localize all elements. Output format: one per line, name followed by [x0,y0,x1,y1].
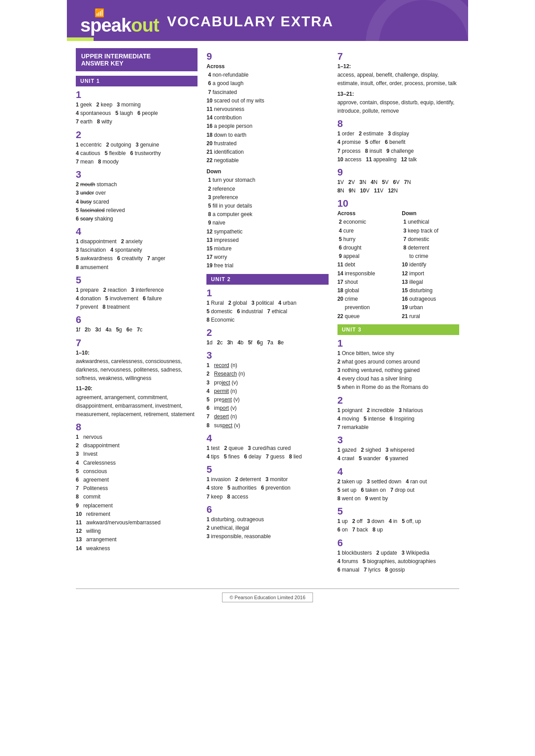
header: 📶 speakout VOCABULARY EXTRA [67,0,468,41]
middle-column: 9 Across 4 non-refundable 6 a good laugh… [202,48,333,577]
unit2-section2-num: 2 [206,328,328,338]
unit3-section2-content: 1 poignant 2 incredible 3 hilarious 4 mo… [337,406,459,432]
unit1-section2-num: 2 [76,130,198,140]
unit1-section7-content: 1–10: awkwardness, carelessness, conscio… [76,349,198,419]
unit2-section4-content: 1 test 2 queue 3 cured/has cured 4 tips … [206,444,328,461]
unit1-section2-content: 1 eccentric 2 outgoing 3 genuine 4 cauti… [76,141,198,167]
right-section10-num: 10 [337,199,459,208]
unit1-section7-num: 7 [76,338,198,348]
right-section9-content: 1V 2V 3N 4N 5V 6V 7N 8N 9N 10V 11V 12N [337,178,459,195]
green-bar [67,37,94,41]
unit1-section3-num: 3 [76,170,198,180]
section9-crossword-content: Across 4 non-refundable 6 a good laugh 7… [206,62,328,270]
right-section8-content: 1 order 2 estimate 3 display 4 promise 5… [337,130,459,164]
unit1-section1-num: 1 [76,90,198,100]
unit3-section1-num: 1 [337,339,459,348]
vocab-extra-title: VOCABULARY EXTRA [167,13,333,30]
unit2-section2-content: 1d 2c 3h 4b 5f 6g 7a 8e [206,339,328,347]
unit2-section6-num: 6 [206,505,328,515]
answer-key-line2: ANSWER KEY [81,60,123,67]
unit2-section5-content: 1 invasion 2 deterrent 3 monitor 4 store… [206,475,328,501]
unit1-section3-content: 2 mouth stomach 3 under over 4 busy scar… [76,180,198,223]
unit1-section8-content: 1 nervous 2 disappointment 3 Invest 4 Ca… [76,433,198,553]
unit1-section1-content: 1 geek 2 keep 3 morning 4 spontaneous 5 … [76,101,198,127]
logo-speak: speak [80,15,131,36]
unit1-section4-num: 4 [76,227,198,237]
unit1-section6-content: 1f 2b 3d 4a 5g 6e 7c [76,326,198,334]
across-col: Across 2 economic 4 cure 5 hurry 6 droug… [337,209,395,320]
unit1-section4-content: 1 disappointment 2 anxiety 3 fascination… [76,237,198,272]
unit2-section3-content: 1 record (n) 2 Research (n) 3 project (v… [206,361,328,430]
unit3-section3-num: 3 [337,435,459,445]
answer-key-line1: UPPER INTERMEDIATE [81,53,151,60]
main-content: UPPER INTERMEDIATE ANSWER KEY UNIT 1 1 1… [67,41,468,584]
unit2-section6-content: 1 disturbing, outrageous 2 unethical, il… [206,515,328,541]
footer-text: © Pearson Education Limited 2016 [230,595,305,600]
unit2-section1-content: 1 Rural 2 global 3 political 4 urban 5 d… [206,299,328,325]
right-column: 7 1–12: access, appeal, benefit, challen… [333,48,459,577]
right-section10-content: Across 2 economic 4 cure 5 hurry 6 droug… [337,209,459,320]
unit2-section3-num: 3 [206,351,328,360]
right-section8-num: 8 [337,119,459,129]
right-section9-num: 9 [337,168,459,177]
logo-speakout: speakout [80,16,159,35]
footer-box: © Pearson Education Limited 2016 [222,593,313,602]
unit1-section8-num: 8 [76,422,198,432]
logo-wrapper: 📶 speakout [80,8,159,35]
right-section7-num: 7 [337,52,459,61]
unit1-header: UNIT 1 [76,76,198,86]
unit3-section2-num: 2 [337,396,459,405]
unit3-section4-num: 4 [337,467,459,477]
unit3-section1-content: 1 Once bitten, twice shy 2 what goes aro… [337,349,459,392]
unit3-section6-content: 1 blockbusters 2 update 3 Wikipedia 4 fo… [337,549,459,575]
unit2-header: UNIT 2 [206,274,328,285]
unit3-section5-num: 5 [337,507,459,516]
unit2-section4-num: 4 [206,433,328,443]
unit1-section5-num: 5 [76,275,198,285]
answer-key-box: UPPER INTERMEDIATE ANSWER KEY [76,48,198,71]
unit3-section5-content: 1 up 2 off 3 down 4 in 5 off, up 6 on 7 … [337,517,459,534]
logo-out: out [131,15,159,36]
right-section7-content: 1–12: access, appeal, benefit, challenge… [337,62,459,115]
unit2-section1-num: 1 [206,288,328,298]
footer: © Pearson Education Limited 2016 [76,588,459,606]
section9-crossword-num: 9 [206,52,328,61]
unit3-section4-content: 2 taken up 3 settled down 4 ran out 5 se… [337,478,459,503]
unit3-section6-num: 6 [337,538,459,548]
unit1-section5-content: 1 prepare 2 reaction 3 interference 4 do… [76,286,198,312]
down-col: Down 1 unethical 3 keep track of 7 domes… [402,209,459,320]
unit1-section6-num: 6 [76,315,198,325]
left-column: UPPER INTERMEDIATE ANSWER KEY UNIT 1 1 1… [76,48,202,577]
unit3-header: UNIT 3 [337,324,459,335]
unit2-section5-num: 5 [206,465,328,474]
unit3-section3-content: 1 gazed 2 sighed 3 whispered 4 crawl 5 w… [337,446,459,463]
